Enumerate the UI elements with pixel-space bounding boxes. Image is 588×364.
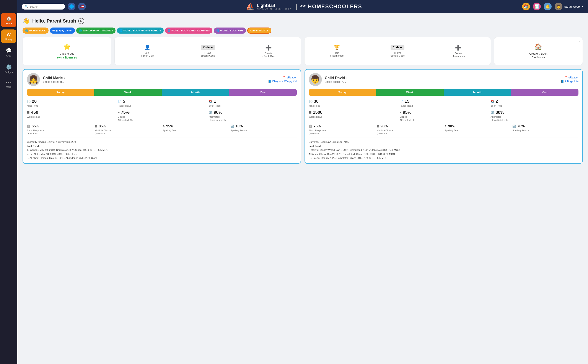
marie-ereader-link[interactable]: 📍 eReader [282,76,296,79]
marie-mcq-label: Multiple ChoiceQuestions [95,129,161,135]
help-icon[interactable]: ? [579,39,580,42]
book-nav-button[interactable]: 📚 [522,3,530,10]
david-spelling-value: 90% [448,124,455,129]
marie-tab-year[interactable]: Year [229,89,296,96]
join-tournament[interactable]: 🏆 Joina Tournament [307,45,366,58]
david-tab-today[interactable]: Today [309,89,376,96]
flag-button[interactable] [78,3,86,10]
marie-spelling-retake-label: Spelling Retake [230,129,296,132]
david-words-label: Words Read [309,115,397,118]
david-currently-reading: Currently Reading A Bug's Life, 40% [309,140,579,144]
resource-worldbook[interactable]: 🌐 WORLD BOOK [23,27,49,34]
marie-words-read: ☰ 450 Words Read [27,110,115,122]
child-marie-header: 👧 Child Marie › Lexile score: 650 📍 eRea… [27,73,297,86]
sidebar-item-more[interactable]: • • • More [1,78,16,91]
cloze-icon-david: ≡ [400,111,401,114]
sidebar-item-library[interactable]: W Library [1,29,16,43]
sidebar-item-home[interactable]: 🏠 Home [1,13,16,27]
create-club-icon: ➕ [265,45,272,51]
resource-sports[interactable]: Lerner SPORTS [247,27,271,34]
marie-pages-label: Pages Read [118,104,206,107]
play-button[interactable]: ▶ [78,18,84,24]
david-mins-read: 🕐 30 Mins Read [309,99,397,107]
marie-last-read-label: Last Read: [27,144,297,148]
child-marie-name: Child Marie › [43,76,265,80]
clubhouse-icon: 🏠 [535,43,542,50]
child-david-ereader: 📍 eReader 📘 A Bug's Life [561,76,578,83]
marie-pages-read: 📄 5 Pages Read [118,99,206,107]
join-book-club[interactable]: 👤 Joina Book Club [118,45,177,58]
sidebar-item-label-chat: Chat [6,54,11,57]
sidebar-item-chat[interactable]: 💬 Chat [1,45,16,60]
srq-icon-marie: ? [27,125,30,128]
resource-kids[interactable]: 🌐 WORLD BOOK KIDS [214,27,246,34]
globe-button[interactable]: 🌐 [68,3,75,10]
cloze-icon-marie: ≡ [118,111,120,114]
chart-nav-button[interactable]: 📊 [533,3,541,10]
book-icon-david: 📘 [561,80,564,83]
have-code-book-club[interactable]: Code ➜ I HaveSpecial Code [178,45,237,58]
join-tournament-label: Joina Tournament [330,52,344,57]
david-spelling-bee: A 90% Spelling Bee [444,124,511,135]
marie-spelling-value: 95% [166,124,173,129]
retake-icon-david: 🔄 [491,111,494,114]
marie-mins-read: 🕐 20 Mins Read [27,99,115,107]
marie-spelling-label: Spelling Bee [163,129,229,132]
logo-sail-icon: ⛵ [246,2,255,11]
resource-maps[interactable]: 🌐 WORLD BOOK MAPS and ATLAS [117,27,164,34]
buy-licenses-card[interactable]: ⭐ Click to buy extra licenses [23,37,111,65]
code-button-tournament[interactable]: Code ➜ [391,45,405,50]
create-book-club[interactable]: ➕ Createa Book Club [239,45,298,58]
marie-stats-row2: ☰ 450 Words Read ≡ 75% ClozesAttempted: … [27,110,297,122]
resource-timelines[interactable]: 🌐 WORLD BOOK TIMELINES [76,27,116,34]
resource-biography[interactable]: Biography Center [50,27,75,34]
david-ereader-link[interactable]: 📍 eReader [564,76,578,79]
sidebar-item-badges[interactable]: ⚙️ Badges [1,62,16,76]
tournament-grid: 🏆 Joina Tournament Code ➜ I HaveSpecial … [307,45,488,58]
david-last-read-3: Dr. Seuss, Dec 25 2020, Completed, Cloze… [309,156,579,160]
marie-books-value: 1 [214,99,216,104]
david-tab-year[interactable]: Year [511,89,578,96]
tournament-card: 🏆 Joina Tournament Code ➜ I HaveSpecial … [304,37,491,65]
marie-cloze-label: ClozesAttempted: 15 [118,115,206,122]
user-name: Sarah Webb [564,5,580,8]
david-retake-label: AttemptedCloze Retake: 6 [491,115,579,122]
words-icon-david: ☰ [309,111,312,114]
david-period-tabs: Today Week Month Year [309,89,579,96]
marie-tab-today[interactable]: Today [27,89,94,96]
marie-tab-week[interactable]: Week [94,89,162,96]
marie-last-read-1: 1. Wonder, May 10, 2019, Completed, 85% … [27,148,297,152]
clock-icon-marie: 🕐 [27,100,31,103]
logo-for: FOR [300,5,306,8]
marie-stats-row1: 🕐 20 Mins Read 📄 5 Pages Read [27,99,297,107]
marie-last-read-2: 2. Big Nate, May 10, 2019, 73%, 100% Clo… [27,152,297,156]
have-code-tournament[interactable]: Code ➜ I HaveSpecial Code [368,45,427,58]
child-marie-info: Child Marie › Lexile score: 650 [43,76,265,83]
search-input[interactable] [29,5,62,8]
marie-books-label: Book Read [209,104,297,107]
marie-tab-month[interactable]: Month [162,89,229,96]
mcq-icon-marie: ⊞ [95,125,97,128]
search-box[interactable]: 🔍 [22,4,65,10]
hello-bar: 👋 Hello, Parent Sarah ▶ [23,17,583,25]
marie-book-link[interactable]: 📘 Diary of a Wimpy Kid [268,80,296,83]
code-button-book[interactable]: Code ➜ [201,45,215,50]
resource-early-learning[interactable]: 🌐 WORLD BOOK EARLY LEARNING [165,27,212,34]
david-tab-week[interactable]: Week [376,89,444,96]
david-words-read: ☰ 1500 Words Read [309,110,397,122]
david-last-read-1: History of Disney World, Jan 3 2021, Com… [309,148,579,152]
david-tab-month[interactable]: Month [444,89,511,96]
clubhouse-card[interactable]: ? 🏠 Create a BookClubhouse [494,37,583,65]
create-tournament-icon: ➕ [455,45,461,51]
create-club-label: Createa Book Club [262,52,275,58]
sidebar-item-label-more: More [6,86,11,88]
david-book-link[interactable]: 📘 A Bug's Life [561,80,578,83]
pin-icon-david: 📍 [564,76,568,79]
user-menu[interactable]: 👩 Sarah Webb ▼ [555,3,584,10]
home-icon: 🏠 [6,16,12,21]
spelling-retake-icon-marie: 🔄 [230,125,234,128]
bell-nav-button[interactable]: 🔔 [544,3,552,10]
create-tournament[interactable]: ➕ Createa Tournament [429,45,488,58]
david-mcq: ⊞ 90% Multiple ChoiceQuestions [377,124,443,135]
david-srq-label: Short ResponceQuestions [309,129,375,135]
